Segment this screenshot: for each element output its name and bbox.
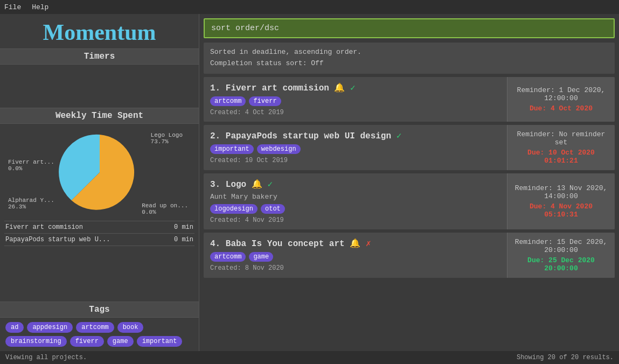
reminder-text-4: Reminder: 15 Dec 2020, 20:00:00 (514, 238, 608, 254)
task-tags-1: artcomm fiverr (210, 96, 500, 106)
menu-help[interactable]: Help (32, 3, 48, 11)
task-list: 1. Fiverr art commision 🔔 ✓ artcomm five… (199, 77, 619, 351)
task-card-2[interactable]: 2. PapayaPods startup web UI design ✓ im… (204, 125, 615, 170)
time-task-2: PapayaPods startup web U... (5, 236, 110, 243)
task-tag-otot[interactable]: otot (261, 204, 285, 214)
label-alpharad: Alpharad Y... 26.3% (8, 197, 54, 210)
tag-ad[interactable]: ad (5, 322, 24, 333)
task-main-1: 1. Fiverr art commision 🔔 ✓ artcomm five… (204, 77, 507, 122)
task-main-3: 3. Logo 🔔 ✓ Aunt Mary bakery logodesign … (204, 173, 507, 229)
task-title-3: 3. Logo 🔔 ✓ (210, 179, 500, 190)
time-row-2: PapayaPods startup web U... 0 min (4, 233, 194, 246)
due-date-3: Due: 4 Nov 2020 05:10:31 (514, 202, 608, 219)
pie-chart-area: Lego Logo 73.7% Fiverr art... 0.0% Alpha… (0, 124, 199, 221)
task-tag-fiverr[interactable]: fiverr (249, 96, 281, 106)
time-table: Fiverr art commision 0 min PapayaPods st… (0, 221, 199, 246)
due-date-1: Due: 4 Oct 2020 (530, 104, 593, 113)
timers-area (0, 65, 199, 108)
tag-book[interactable]: book (117, 322, 144, 333)
bell-icon-1: 🔔 (334, 83, 345, 93)
pie-chart (57, 129, 143, 215)
label-lego: Lego Logo 73.7% (151, 132, 183, 145)
bell-icon-4: 🔔 (350, 239, 360, 249)
check-icon-3: ✓ (267, 180, 273, 190)
task-subtitle-3: Aunt Mary bakery (210, 193, 500, 201)
task-tag-important[interactable]: important (210, 144, 254, 154)
due-date-4: Due: 25 Dec 2020 20:00:00 (527, 256, 595, 272)
task-tag-webdesign[interactable]: webdesign (257, 144, 301, 154)
due-date-2: Due: 10 Oct 2020 01:01:21 (527, 149, 595, 165)
task-reminder-4: Reminder: 15 Dec 2020, 20:00:00 Due: 25 … (507, 233, 615, 278)
label-readup: Read up on... 0.0% (142, 202, 188, 215)
task-tag-game[interactable]: game (249, 252, 273, 262)
left-panel: Momentum Timers Weekly Time Spent Lego L… (0, 14, 199, 351)
task-main-2: 2. PapayaPods startup web UI design ✓ im… (204, 125, 507, 170)
tags-container: ad appdesign artcomm book brainstorming … (0, 318, 199, 351)
task-created-3: Created: 4 Nov 2019 (210, 216, 500, 224)
time-val-1: 0 min (174, 223, 193, 231)
reminder-text-1: Reminder: 1 Dec 2020, 12:00:00 (514, 86, 608, 102)
check-icon-2: ✓ (397, 131, 402, 141)
check-icon-1: ✓ (350, 83, 356, 93)
task-tags-3: logodesign otot (210, 204, 500, 214)
time-task-1: Fiverr art commision (5, 223, 83, 231)
label-fiverr: Fiverr art... 0.0% (8, 159, 54, 172)
task-reminder-3: Reminder: 13 Nov 2020, 14:00:00 Due: 4 N… (507, 173, 615, 229)
sort-line2: Completion status sort: Off (210, 58, 608, 69)
status-right: Showing 20 of 20 results. (517, 354, 614, 361)
task-tags-2: important webdesign (210, 144, 500, 154)
tag-game[interactable]: game (107, 336, 134, 347)
task-tag-artcomm-4[interactable]: artcomm (210, 252, 246, 262)
task-created-1: Created: 4 Oct 2019 (210, 109, 500, 116)
task-main-4: 4. Baba Is You concept art 🔔 ✗ artcomm g… (204, 233, 507, 278)
tag-fiverr[interactable]: fiverr (70, 336, 104, 347)
search-input[interactable] (204, 18, 615, 38)
task-created-2: Created: 10 Oct 2019 (210, 157, 500, 164)
menubar: File Help (0, 0, 619, 14)
time-val-2: 0 min (174, 236, 193, 243)
tag-appdesign[interactable]: appdesign (27, 322, 73, 333)
status-bar: Viewing all projects. Showing 20 of 20 r… (0, 351, 619, 364)
bell-icon-3: 🔔 (252, 180, 262, 190)
task-reminder-2: Reminder: No reminder set Due: 10 Oct 20… (507, 125, 615, 170)
task-tag-artcomm[interactable]: artcomm (210, 96, 246, 106)
task-tag-logodesign[interactable]: logodesign (210, 204, 258, 214)
task-title-4: 4. Baba Is You concept art 🔔 ✗ (210, 238, 500, 249)
task-tags-4: artcomm game (210, 252, 500, 262)
task-card-4[interactable]: 4. Baba Is You concept art 🔔 ✗ artcomm g… (204, 233, 615, 278)
app-title: Momentum (0, 14, 199, 48)
menu-file[interactable]: File (4, 3, 21, 11)
tag-artcomm[interactable]: artcomm (76, 322, 114, 333)
tag-brainstorming[interactable]: brainstorming (5, 336, 67, 347)
tag-important[interactable]: important (137, 336, 183, 347)
task-created-4: Created: 8 Nov 2020 (210, 264, 500, 272)
status-left: Viewing all projects. (5, 354, 87, 361)
timers-header: Timers (0, 48, 199, 65)
weekly-header: Weekly Time Spent (0, 108, 199, 124)
task-card-3[interactable]: 3. Logo 🔔 ✓ Aunt Mary bakery logodesign … (204, 173, 615, 229)
tags-header: Tags (0, 302, 199, 318)
time-row-1: Fiverr art commision 0 min (4, 221, 194, 233)
sort-line1: Sorted in deadline, ascending order. (210, 47, 608, 58)
sort-info: Sorted in deadline, ascending order. Com… (204, 43, 615, 74)
reminder-text-2: Reminder: No reminder set (514, 130, 608, 146)
task-card-1[interactable]: 1. Fiverr art commision 🔔 ✓ artcomm five… (204, 77, 615, 122)
reminder-text-3: Reminder: 13 Nov 2020, 14:00:00 (514, 184, 608, 200)
task-title-2: 2. PapayaPods startup web UI design ✓ (210, 130, 500, 141)
task-reminder-1: Reminder: 1 Dec 2020, 12:00:00 Due: 4 Oc… (507, 77, 615, 122)
right-panel: Sorted in deadline, ascending order. Com… (199, 14, 619, 351)
check-icon-4: ✗ (366, 239, 371, 249)
task-title-1: 1. Fiverr art commision 🔔 ✓ (210, 82, 500, 93)
